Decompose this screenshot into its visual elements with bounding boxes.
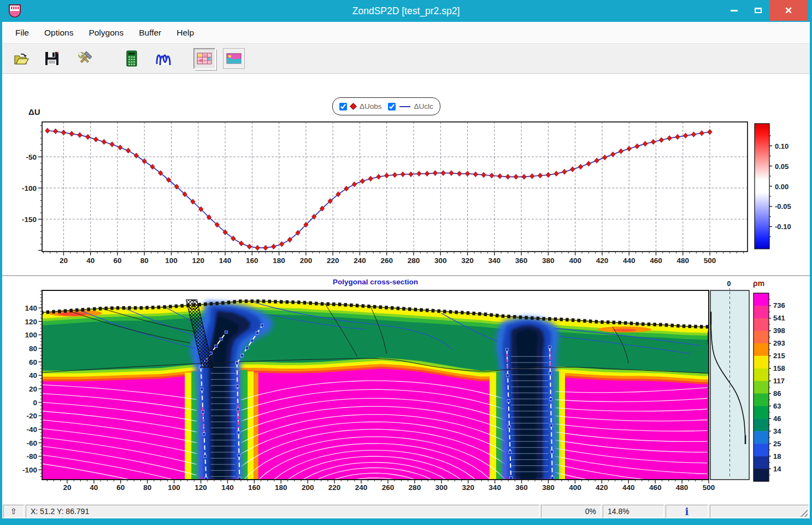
svg-text:736: 736 [773, 301, 785, 310]
legend-checkbox-uobs[interactable] [339, 103, 347, 110]
svg-text:280: 280 [409, 483, 421, 492]
svg-text:0.10: 0.10 [775, 142, 789, 150]
svg-text:-40: -40 [26, 425, 37, 434]
open-file-button[interactable] [12, 49, 31, 68]
app-window: ZondSP2D [test_pr2.sp2] ✕ File Options P… [0, 0, 812, 525]
maximize-button[interactable] [746, 0, 769, 21]
svg-text:-20: -20 [26, 412, 37, 420]
svg-text:80: 80 [143, 483, 151, 492]
waves-button[interactable] [154, 49, 173, 68]
svg-text:400: 400 [569, 256, 581, 265]
resize-grip[interactable] [799, 508, 808, 517]
menu-buffer[interactable]: Buffer [131, 22, 169, 44]
svg-text:240: 240 [354, 256, 366, 265]
waves-icon [154, 50, 173, 67]
svg-text:200: 200 [302, 483, 314, 492]
svg-text:117: 117 [773, 377, 785, 385]
svg-text:63: 63 [773, 402, 781, 410]
cross-section-title: Polygonal cross-section [42, 278, 709, 286]
menu-polygons[interactable]: Polygons [81, 22, 131, 44]
svg-text:80: 80 [140, 256, 149, 265]
legend-checkbox-uclc[interactable] [388, 103, 396, 110]
svg-text:300: 300 [436, 483, 448, 492]
status-info-icon: i [666, 505, 708, 518]
model-grid-view-button[interactable] [193, 48, 215, 69]
close-button[interactable]: ✕ [769, 0, 808, 21]
open-folder-icon [13, 51, 30, 66]
svg-text:340: 340 [489, 256, 501, 265]
svg-text:18: 18 [773, 452, 781, 460]
svg-text:20: 20 [63, 483, 71, 492]
svg-text:260: 260 [382, 483, 395, 492]
svg-text:0.05: 0.05 [775, 162, 789, 171]
svg-text:180: 180 [273, 256, 285, 265]
menu-file[interactable]: File [8, 22, 37, 44]
svg-text:480: 480 [676, 256, 689, 265]
svg-text:46: 46 [773, 415, 781, 423]
svg-text:120: 120 [192, 256, 205, 265]
svg-text:120: 120 [25, 318, 37, 326]
save-button[interactable] [43, 49, 61, 68]
svg-text:60: 60 [116, 483, 125, 492]
svg-text:-100: -100 [22, 184, 37, 192]
svg-text:-0.10: -0.10 [775, 223, 791, 231]
section-map-icon [226, 53, 242, 64]
svg-text:220: 220 [328, 483, 341, 492]
diamond-marker-icon [350, 103, 357, 110]
svg-text:280: 280 [408, 256, 420, 265]
svg-text:40: 40 [29, 371, 37, 380]
svg-text:-50: -50 [26, 153, 37, 161]
svg-text:100: 100 [168, 483, 180, 492]
svg-text:380: 380 [542, 256, 555, 265]
svg-text:320: 320 [461, 256, 474, 265]
svg-text:20: 20 [29, 385, 37, 393]
svg-text:-60: -60 [26, 439, 37, 447]
line-marker-icon [399, 106, 410, 107]
window-title: ZondSP2D [test_pr2.sp2] [0, 0, 812, 22]
svg-text:200: 200 [300, 256, 313, 265]
svg-text:0.00: 0.00 [775, 183, 789, 191]
svg-text:25: 25 [773, 440, 781, 448]
svg-text:398: 398 [773, 326, 785, 335]
title-bar[interactable]: ZondSP2D [test_pr2.sp2] ✕ [0, 0, 812, 22]
svg-text:-150: -150 [22, 215, 37, 224]
svg-text:80: 80 [29, 345, 37, 353]
model-grid-icon [197, 52, 212, 65]
menu-options[interactable]: Options [37, 22, 81, 44]
svg-text:100: 100 [165, 256, 178, 265]
tools-icon [76, 50, 93, 67]
svg-text:440: 440 [622, 483, 635, 492]
svg-text:215: 215 [773, 352, 785, 360]
svg-text:140: 140 [25, 304, 37, 312]
svg-text:400: 400 [569, 483, 581, 492]
profile-axis-label: 0 [723, 280, 734, 288]
status-bar: ⇧ X: 51.2 Y: 86.791 0% 14.8% i [2, 504, 810, 518]
menu-help[interactable]: Help [169, 22, 202, 44]
svg-text:340: 340 [489, 483, 501, 492]
svg-text:360: 360 [515, 483, 528, 492]
svg-text:-80: -80 [26, 452, 37, 460]
svg-text:220: 220 [327, 256, 339, 265]
svg-text:320: 320 [462, 483, 474, 492]
chart-legend: ΔUobs ΔUclc [332, 97, 440, 115]
tools-button[interactable] [75, 49, 94, 68]
svg-text:40: 40 [86, 256, 95, 265]
svg-text:240: 240 [355, 483, 368, 492]
section-map-view-button[interactable] [223, 48, 245, 69]
svg-text:20: 20 [60, 256, 68, 265]
y-axis-title: ΔU [28, 107, 40, 116]
legend-label-uobs: ΔUobs [360, 102, 382, 110]
svg-text:160: 160 [248, 483, 261, 492]
svg-text:500: 500 [704, 256, 716, 265]
svg-text:140: 140 [221, 483, 234, 492]
calculator-button[interactable] [122, 49, 141, 68]
toolbar [2, 44, 810, 74]
calculator-icon [125, 50, 138, 67]
svg-text:460: 460 [650, 256, 662, 265]
minimize-icon [731, 10, 738, 11]
cross-section-chart[interactable]: 2040608010012014016018020022024026028030… [0, 276, 812, 503]
svg-text:60: 60 [113, 256, 121, 265]
minimize-button[interactable] [722, 0, 745, 21]
status-coordinates: X: 51.2 Y: 86.791 [26, 505, 539, 518]
svg-text:100: 100 [25, 331, 37, 339]
